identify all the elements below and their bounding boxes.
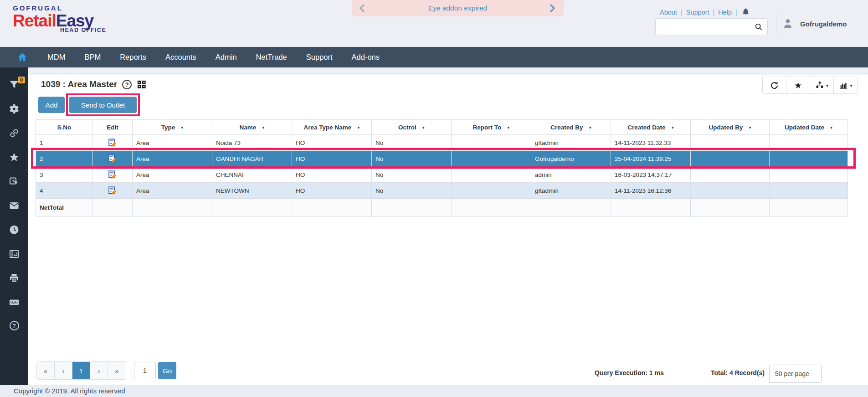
table-row-3[interactable]: 3 Area CHENNAI HO No admin 16-03-2023 14… (36, 167, 848, 183)
add-button[interactable]: Add (38, 97, 65, 113)
app-logo: GOFRUGAL RetailEasy HEAD OFFICE (13, 5, 106, 33)
nav-item-accounts[interactable]: Accounts (165, 53, 196, 62)
column-label: Area Type Name (304, 124, 352, 131)
filter-caret-icon[interactable]: ▾ (262, 125, 264, 130)
last-page-button[interactable]: » (108, 362, 126, 379)
column-header-type[interactable]: Type▾ (133, 120, 212, 135)
table-row-4[interactable]: 4 Area NEWTOWN HO No gftadmin 14-11-2023… (36, 183, 848, 199)
help-glyph: ? (125, 81, 129, 88)
window-refresh-icon[interactable] (9, 248, 20, 259)
cell-report-to (452, 135, 531, 151)
cell-updated-by (691, 183, 770, 199)
cell-octroi: No (372, 167, 452, 183)
about-link[interactable]: About (660, 9, 677, 16)
total-records: Total: 4 Record(s) (711, 369, 765, 376)
banner-text: Eye addon expired (428, 4, 487, 12)
column-header-sno[interactable]: S.No (36, 120, 93, 135)
cell-updated-by (691, 135, 770, 151)
nav-item-mdm[interactable]: MDM (47, 53, 65, 62)
cell-name: NEWTOWN (212, 183, 292, 199)
edit-icon[interactable] (108, 186, 117, 195)
table-header-row: S.No Edit Type▾ Name▾ Area Type Name▾ Oc… (36, 120, 848, 135)
column-header-created-by[interactable]: Created By▾ (531, 120, 611, 135)
next-page-button[interactable]: › (90, 362, 108, 379)
nav-item-nettrade[interactable]: NetTrade (256, 53, 287, 62)
bell-icon[interactable] (741, 7, 750, 17)
nav-item-support[interactable]: Support (306, 53, 333, 62)
filter-caret-icon[interactable]: ▾ (507, 125, 509, 130)
favorite-button[interactable]: ★ (786, 77, 810, 93)
send-to-outlet-button[interactable]: Send to Outlet (69, 97, 137, 113)
filter-caret-icon[interactable]: ▾ (422, 125, 425, 130)
print-icon[interactable] (9, 273, 20, 284)
form-layout-icon[interactable] (137, 79, 147, 89)
share-export-icon[interactable] (9, 176, 20, 187)
global-search-input[interactable] (656, 19, 754, 35)
history-clock-icon[interactable] (9, 224, 20, 235)
link-icon[interactable] (9, 128, 20, 139)
search-icon[interactable] (754, 22, 764, 32)
chevron-down-icon: ▾ (826, 83, 828, 88)
cell-created-by: gftadmin (531, 135, 611, 151)
filter-icon[interactable]: 0 (9, 79, 20, 90)
filter-caret-icon[interactable]: ▾ (357, 125, 360, 130)
column-header-updated-date[interactable]: Updated Date▾ (770, 120, 848, 135)
nav-item-reports[interactable]: Reports (120, 53, 146, 62)
product-tagline: HEAD OFFICE (60, 27, 106, 33)
area-master-table: S.No Edit Type▾ Name▾ Area Type Name▾ Oc… (36, 119, 848, 217)
first-page-button[interactable]: « (37, 362, 55, 379)
cell-type: Area (133, 135, 212, 151)
support-link[interactable]: Support (686, 9, 709, 16)
hierarchy-view-button[interactable]: ▾ (810, 77, 834, 93)
cell-created-by: gftadmin (531, 183, 611, 199)
filter-caret-icon[interactable]: ▾ (181, 125, 183, 130)
edit-icon[interactable] (108, 155, 117, 163)
table-row-1[interactable]: 1 Area Noida 73 HO No gftadmin 14-11-202… (36, 135, 848, 151)
filter-caret-icon[interactable]: ▾ (830, 125, 832, 130)
nav-item-bpm[interactable]: BPM (84, 53, 101, 62)
column-header-report-to[interactable]: Report To▾ (452, 120, 531, 135)
current-page-button[interactable]: 1 (72, 362, 90, 379)
user-name: Gofrugaldemo (800, 20, 847, 28)
nav-item-addons[interactable]: Add-ons (352, 53, 380, 62)
brand-name: GOFRUGAL (13, 5, 106, 11)
mail-icon[interactable] (9, 200, 20, 211)
home-icon[interactable] (16, 52, 28, 63)
help-icon[interactable]: ? (10, 321, 19, 330)
refresh-button[interactable] (763, 77, 786, 93)
previous-page-button[interactable]: ‹ (55, 362, 72, 379)
filter-caret-icon[interactable]: ▾ (672, 125, 674, 130)
query-execution-time: Query Execution: 1 ms (595, 369, 664, 376)
banner-next-icon[interactable] (547, 4, 556, 13)
cell-sno: 1 (36, 135, 93, 151)
column-header-edit[interactable]: Edit (93, 120, 133, 135)
cell-created-date: 14-11-2023 16:12:36 (611, 183, 691, 199)
page-size-select[interactable]: 50 per page (769, 365, 822, 383)
pagination-group: « ‹ 1 › » (36, 361, 126, 380)
column-header-area-type-name[interactable]: Area Type Name▾ (292, 120, 372, 135)
column-header-name[interactable]: Name▾ (212, 120, 292, 135)
banner-previous-icon[interactable] (358, 4, 367, 13)
column-header-updated-by[interactable]: Updated By▾ (691, 120, 770, 135)
net-total-label: NetTotal (36, 199, 93, 217)
favorites-star-icon[interactable] (9, 152, 20, 163)
filter-caret-icon[interactable]: ▾ (749, 125, 751, 130)
filter-caret-icon[interactable]: ▾ (589, 125, 591, 130)
column-header-octroi[interactable]: Octroi▾ (372, 120, 452, 135)
go-button[interactable]: Go (158, 362, 176, 379)
table-row-2-selected[interactable]: 2 Area GANDHI NAGAR HO No Gofrugaldemo 2… (36, 151, 848, 167)
nav-item-admin[interactable]: Admin (216, 53, 237, 62)
settings-gear-icon[interactable] (9, 103, 20, 114)
edit-icon[interactable] (108, 139, 117, 147)
cell-type: Area (133, 151, 212, 167)
goto-page-input[interactable] (134, 362, 156, 379)
keyboard-icon[interactable] (9, 297, 20, 308)
net-total-row: NetTotal (36, 199, 848, 217)
user-menu[interactable]: Gofrugaldemo (781, 16, 847, 31)
star-icon: ★ (794, 81, 802, 90)
column-header-created-date[interactable]: Created Date▾ (611, 120, 691, 135)
edit-icon[interactable] (108, 170, 117, 179)
chart-view-button[interactable]: ▾ (834, 77, 858, 93)
help-link[interactable]: Help (718, 9, 732, 16)
screen-help-icon[interactable]: ? (122, 80, 132, 89)
